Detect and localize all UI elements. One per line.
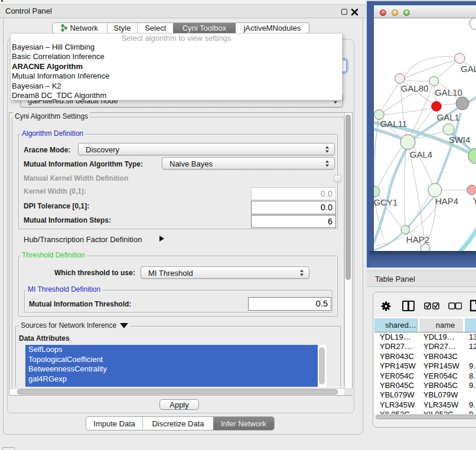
svg-text:GAL4: GAL4 [410, 149, 432, 159]
svg-text:GAL80: GAL80 [401, 83, 429, 93]
svg-text:GAL11: GAL11 [380, 119, 407, 129]
svg-text:GCY1: GCY1 [374, 197, 397, 207]
svg-text:Y: Y [473, 195, 476, 206]
svg-text:GAL1: GAL1 [437, 112, 459, 122]
svg-text:SWI4: SWI4 [449, 135, 471, 145]
svg-text:HAP4: HAP4 [435, 196, 458, 206]
svg-text:GAL10: GAL10 [435, 87, 462, 97]
svg-text:GAL2: GAL2 [461, 64, 476, 74]
svg-text:HAP2: HAP2 [406, 234, 429, 244]
